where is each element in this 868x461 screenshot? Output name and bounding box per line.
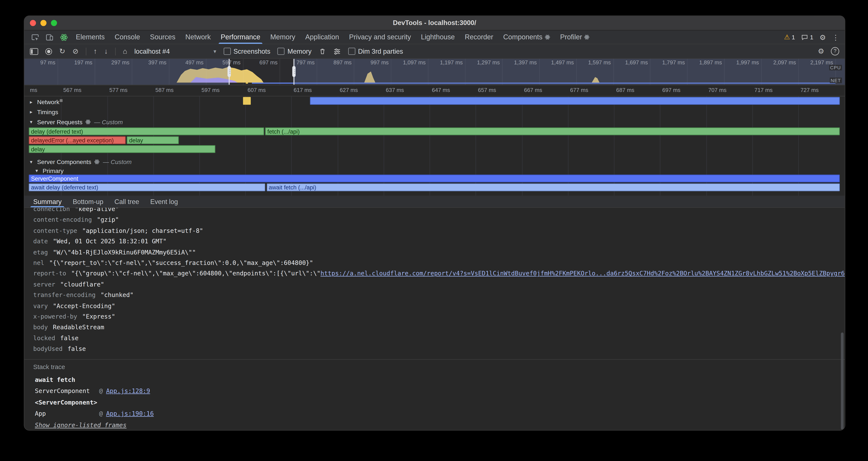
timeline-entry-await-delay-deferred-text[interactable]: await delay (deferred text) [29,183,265,191]
header-key: content-encoding [33,217,92,224]
timeline-entry-delayederror-ayed-exception[interactable]: delayedError (...ayed exception) [29,137,126,144]
help-icon[interactable]: ? [831,47,839,55]
header-value: "cloudflare" [60,281,104,288]
stack-frame-app: App@App.js:190:16 [33,408,845,419]
stack-frame-location-link[interactable]: App.js:128:9 [106,386,150,397]
inspect-element-icon[interactable] [28,31,42,44]
details-tab-summary[interactable]: Summary [28,196,67,207]
selection-handle-right[interactable] [292,59,296,85]
track-header-timings[interactable]: ▸ Timings [30,108,58,116]
header-value-link[interactable]: https://a.nel.cloudflare.com/report/v4?s… [320,270,845,277]
devtools-window: DevTools - localhost:3000/ [24,16,845,431]
timeline-entry-delay-deferred-text[interactable]: delay (deferred text) [29,127,264,135]
tab-application[interactable]: Application [300,31,344,44]
timeline-entry-servercomponent[interactable]: ServerComponent [29,174,840,182]
tab-sources[interactable]: Sources [145,31,181,44]
overview-tick-label: 697 ms [240,59,277,65]
screenshots-label: Screenshots [234,48,270,55]
tab-label: Network [185,33,211,41]
stack-header-await-fetch: await fetch [33,375,845,386]
details-tab-bottom-up[interactable]: Bottom-up [67,196,109,207]
load-profile-icon[interactable]: ↑ [94,47,97,55]
tab-privacy-and-security[interactable]: Privacy and security [344,31,416,44]
timeline-entry-delay[interactable]: delay [127,137,179,144]
details-tab-event-log[interactable]: Event log [145,196,183,207]
header-value-prefix: "{\"group\":\"cf-nel\",\"max_age\":60480… [71,270,320,277]
memory-checkbox-group: Memory [277,48,311,55]
stack-frame-location-link[interactable]: App.js:190:16 [106,408,154,419]
track-header-server-components[interactable]: ▾ Server Components — Custom [30,157,131,166]
timeline-entry-await-fetch-api[interactable]: await fetch (.../api) [267,183,840,191]
tab-network[interactable]: Network [181,31,216,44]
panel-tabs: ElementsConsoleSourcesNetworkPerformance… [71,31,595,44]
tab-console[interactable]: Console [110,31,145,44]
tab-label: Lighthouse [421,33,455,41]
overview-tick-label: 1,597 ms [573,59,611,65]
target-selector-dropdown[interactable]: localhost #4 ▾ [134,48,216,55]
header-value: "Express" [82,313,115,320]
ruler-tick-label: 617 ms [294,87,312,93]
details-scrollbar[interactable] [841,333,844,430]
dim-3rd-parties-checkbox[interactable] [348,48,355,55]
ruler-tick-label: 667 ms [524,87,542,93]
tab-profiler[interactable]: Profiler [555,31,595,44]
timeline-entry[interactable] [310,97,840,105]
save-profile-icon[interactable]: ↓ [104,47,108,55]
tab-memory[interactable]: Memory [265,31,300,44]
screenshots-checkbox-group: Screenshots [223,48,270,55]
throttling-tune-icon[interactable] [333,48,341,55]
screenshots-checkbox[interactable] [223,48,231,55]
kebab-menu-icon[interactable]: ⋮ [832,33,839,41]
selection-handle-left[interactable] [227,59,231,85]
record-button[interactable] [45,48,52,55]
tab-elements[interactable]: Elements [71,31,110,44]
track-header-server-requests[interactable]: ▾ Server Requests — Custom [30,117,123,126]
track-header-primary[interactable]: ▾ Primary [35,166,64,175]
header-row-bodyused: bodyUsedfalse [24,344,845,354]
track-label-server-requests: Server Requests [37,118,83,125]
details-tab-call-tree[interactable]: Call tree [109,196,145,207]
collect-garbage-icon[interactable] [319,48,326,55]
header-value: "chunked" [101,292,133,299]
devtools-tabbar: ElementsConsoleSourcesNetworkPerformance… [24,31,845,45]
toggle-sidebar-icon[interactable] [30,48,38,55]
timeline-overview[interactable]: 97 ms197 ms297 ms397 ms497 ms597 ms697 m… [24,59,845,85]
header-key: etag [33,249,48,256]
header-row-content-encoding: content-encoding"gzip" [24,215,845,225]
track-header-network[interactable]: ▸ Network [30,97,59,106]
clear-icon[interactable]: ⊘ [72,47,79,55]
performance-toolbar: ↻ ⊘ ↑ ↓ ⌂ localhost #4 ▾ Screenshots Mem… [24,44,845,59]
tab-performance[interactable]: Performance [216,31,265,44]
chevron-down-icon: ▾ [214,48,216,54]
expand-triangle-icon: ▾ [30,159,34,165]
messages-badge[interactable]: 1 [801,34,813,41]
ruler-tick-label: 707 ms [708,87,726,93]
tab-components[interactable]: Components [498,31,555,44]
ruler-tick-label: 587 ms [155,87,174,93]
memory-checkbox[interactable] [277,48,285,55]
collapse-triangle-icon: ▸ [30,99,34,105]
ruler-tick-label: 697 ms [662,87,680,93]
panel-settings-gear-icon[interactable]: ⚙ [818,47,824,55]
details-pane: connection"keep-alive"content-encoding"g… [24,208,845,431]
stack-trace-section: Stack trace await fetchServerComponent@A… [24,359,845,431]
record-and-reload-icon[interactable]: ↻ [59,47,65,55]
header-key: body [33,324,48,331]
settings-gear-icon[interactable]: ⚙ [819,33,826,41]
tab-recorder[interactable]: Recorder [460,31,498,44]
warnings-badge[interactable]: ⚠ 1 [784,33,795,41]
timeline-entry-fetch-api[interactable]: fetch (.../api) [265,127,840,135]
live-metrics-home-icon[interactable]: ⌂ [123,47,127,55]
tab-lighthouse[interactable]: Lighthouse [416,31,460,44]
header-row-nel: nel"{\"report_to\":\"cf-nel\",\"success_… [24,258,845,268]
track-label-timings: Timings [37,108,58,115]
header-key: connection [33,208,70,213]
header-value: false [60,335,79,342]
timeline-entry[interactable] [243,97,251,105]
net-lane-label: NET [830,78,842,83]
show-ignore-listed-frames-link[interactable]: Show ignore-listed frames [33,421,127,431]
stack-trace-title: Stack trace [33,364,845,370]
device-toolbar-icon[interactable] [42,31,56,44]
timeline-entry-delay[interactable]: delay [29,145,216,153]
window-titlebar[interactable]: DevTools - localhost:3000/ [24,16,845,30]
